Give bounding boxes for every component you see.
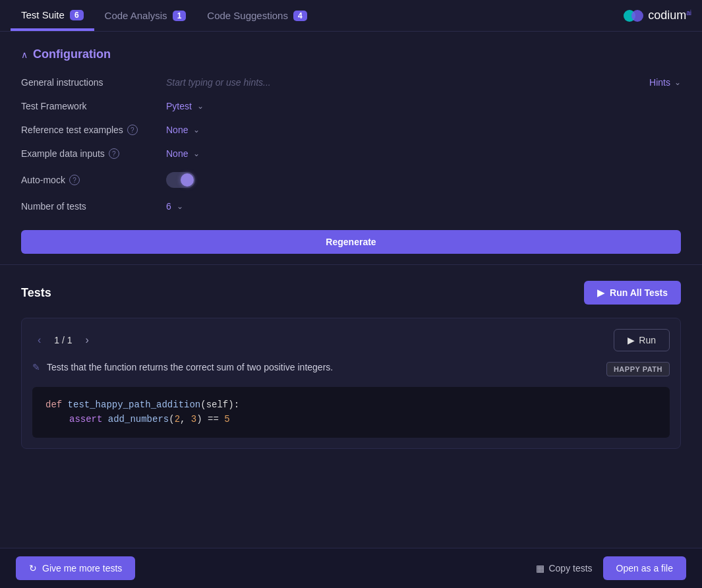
copy-icon: ▦: [536, 563, 544, 573]
code-open-paren: (: [169, 414, 174, 425]
auto-mock-row: Auto-mock ?: [21, 172, 681, 188]
chevron-up-icon[interactable]: ∧: [21, 49, 28, 60]
edit-icon[interactable]: ✎: [32, 362, 40, 372]
run-icon: ▶: [628, 335, 635, 345]
tab-test-suite[interactable]: Test Suite 6: [11, 0, 94, 31]
reference-examples-chevron-icon: ⌄: [193, 125, 200, 134]
section-divider: [0, 264, 702, 265]
tab-code-suggestions-label: Code Suggestions: [207, 10, 288, 21]
footer: ↻ Give me more tests ▦ Copy tests Open a…: [0, 548, 702, 588]
configuration-title: Configuration: [33, 47, 111, 61]
num-tests-select[interactable]: 6 ⌄: [166, 201, 183, 212]
test-description: Tests that the function returns the corr…: [47, 362, 333, 372]
tab-code-suggestions-badge: 4: [293, 11, 307, 21]
reference-examples-label: Reference test examples ?: [21, 125, 166, 135]
run-all-icon: ▶: [597, 287, 604, 298]
hints-chevron-icon: ⌄: [674, 78, 681, 87]
code-comma: ,: [180, 414, 191, 425]
code-block: def test_happy_path_addition(self): asse…: [32, 387, 670, 438]
code-arg1: 2: [175, 414, 180, 425]
tab-test-suite-badge: 6: [70, 10, 84, 20]
happy-path-badge: HAPPY PATH: [606, 362, 670, 376]
num-tests-value: 6: [166, 201, 171, 212]
code-arg2: 3: [191, 414, 196, 425]
tab-code-analysis-badge: 1: [173, 11, 187, 21]
auto-mock-label: Auto-mock ?: [21, 175, 166, 185]
test-framework-chevron-icon: ⌄: [197, 102, 204, 111]
hints-label: Hints: [649, 77, 670, 88]
refresh-icon: ↻: [29, 563, 37, 573]
tests-title: Tests: [21, 286, 51, 300]
general-instructions-row: General instructions Start typing or use…: [21, 77, 681, 88]
tests-header: Tests ▶ Run All Tests: [21, 281, 681, 305]
header: Test Suite 6 Code Analysis 1 Code Sugges…: [0, 0, 702, 32]
regenerate-button[interactable]: Regenerate: [21, 230, 681, 254]
toggle-thumb: [181, 173, 194, 187]
logo-sup: ai: [686, 9, 691, 16]
reference-examples-help-icon[interactable]: ?: [127, 125, 138, 135]
test-framework-row: Test Framework Pytest ⌄: [21, 101, 681, 111]
give-more-tests-button[interactable]: ↻ Give me more tests: [16, 556, 135, 580]
prev-test-button[interactable]: ‹: [32, 332, 46, 349]
test-nav: ‹ 1 / 1 › ▶ Run: [32, 329, 670, 351]
open-as-file-button[interactable]: Open as a file: [603, 556, 686, 580]
test-description-row: ✎ Tests that the function returns the co…: [32, 362, 670, 376]
run-all-label: Run All Tests: [610, 287, 668, 298]
svg-point-1: [631, 10, 643, 22]
auto-mock-toggle[interactable]: [166, 172, 195, 188]
num-tests-label: Number of tests: [21, 201, 166, 212]
example-data-row: Example data inputs ? None ⌄: [21, 148, 681, 159]
tab-code-suggestions[interactable]: Code Suggestions 4: [196, 0, 317, 31]
code-func-name: test_happy_path_addition: [68, 399, 201, 410]
reference-examples-row: Reference test examples ? None ⌄: [21, 125, 681, 135]
code-line-1: def test_happy_path_addition(self):: [45, 397, 657, 412]
num-tests-row: Number of tests 6 ⌄: [21, 201, 681, 212]
example-data-value: None: [166, 148, 188, 159]
test-item: ‹ 1 / 1 › ▶ Run ✎ Tests that the functio…: [21, 318, 681, 449]
main-content: ∧ Configuration General instructions Sta…: [0, 32, 702, 548]
logo-text: codiumai: [648, 9, 691, 22]
test-framework-label: Test Framework: [21, 101, 166, 111]
code-assert-keyword: assert: [69, 414, 108, 425]
run-label: Run: [639, 335, 656, 345]
logo: codiumai: [623, 9, 691, 22]
tab-test-suite-label: Test Suite: [21, 9, 65, 20]
page-indicator: 1 / 1: [54, 335, 72, 345]
test-description-left: ✎ Tests that the function returns the co…: [32, 362, 333, 372]
toggle-track: [166, 172, 195, 188]
reference-examples-value: None: [166, 125, 188, 135]
reference-examples-select[interactable]: None ⌄: [166, 125, 200, 135]
codium-logo-icon: [623, 9, 644, 22]
example-data-label: Example data inputs ?: [21, 148, 166, 159]
example-data-select[interactable]: None ⌄: [166, 148, 200, 159]
tab-code-analysis[interactable]: Code Analysis 1: [94, 0, 197, 31]
code-close-paren: ) ==: [196, 414, 224, 425]
general-instructions-input[interactable]: Start typing or use hints...: [166, 77, 649, 88]
general-instructions-label: General instructions: [21, 77, 166, 88]
code-line-2: assert add_numbers(2, 3) == 5: [45, 412, 657, 426]
example-data-chevron-icon: ⌄: [193, 149, 200, 158]
configuration-header: ∧ Configuration: [21, 47, 681, 61]
next-test-button[interactable]: ›: [80, 332, 94, 349]
test-framework-value: Pytest: [166, 101, 192, 111]
run-test-button[interactable]: ▶ Run: [614, 329, 670, 351]
run-all-tests-button[interactable]: ▶ Run All Tests: [584, 281, 681, 305]
code-params: (self):: [200, 399, 239, 410]
test-nav-left: ‹ 1 / 1 ›: [32, 332, 94, 349]
code-def-keyword: def: [45, 399, 68, 410]
copy-tests-button[interactable]: ▦ Copy tests: [536, 563, 592, 573]
num-tests-chevron-icon: ⌄: [177, 202, 183, 211]
give-more-label: Give me more tests: [42, 563, 122, 573]
copy-tests-label: Copy tests: [548, 563, 592, 573]
code-func-call: add_numbers: [108, 414, 169, 425]
auto-mock-help-icon[interactable]: ?: [69, 175, 80, 185]
code-expected: 5: [224, 414, 229, 425]
test-framework-select[interactable]: Pytest ⌄: [166, 101, 204, 111]
example-data-help-icon[interactable]: ?: [109, 148, 119, 159]
tab-code-analysis-label: Code Analysis: [105, 10, 167, 21]
hints-button[interactable]: Hints ⌄: [649, 77, 681, 88]
